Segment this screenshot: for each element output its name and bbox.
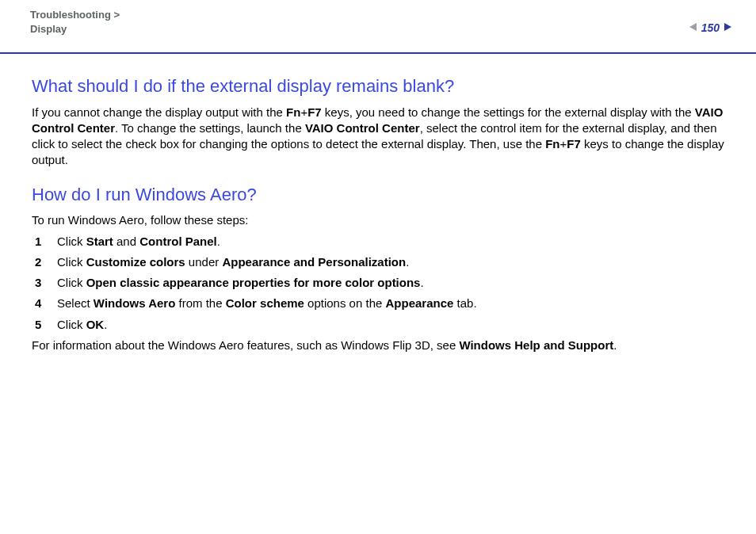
key-f7: F7 (567, 137, 581, 151)
key-fn: Fn (286, 105, 300, 119)
breadcrumb-subsection: Display (30, 23, 67, 35)
text: and (113, 235, 139, 248)
section-heading-external-display: What should I do if the external display… (32, 74, 724, 98)
svg-marker-0 (689, 23, 697, 31)
breadcrumb: Troubleshooting > Display (30, 8, 726, 36)
page-header: Troubleshooting > Display 150 (0, 0, 756, 54)
document-page: Troubleshooting > Display 150 What shoul… (0, 0, 756, 534)
ui-ok: OK (86, 318, 105, 331)
header-divider (0, 52, 756, 54)
list-item: Click Start and Control Panel. (32, 234, 724, 250)
section1-paragraph: If you cannot change the display output … (32, 105, 724, 169)
vaio-control-center: VAIO Control Center (305, 121, 420, 135)
svg-marker-1 (724, 23, 731, 31)
key-fn: Fn (545, 137, 559, 151)
text: from the (175, 296, 225, 310)
ui-start: Start (86, 235, 113, 248)
ui-appearance-personalization: Appearance and Personalization (222, 255, 406, 269)
text: If you cannot change the display output … (32, 105, 286, 119)
text: keys, you need to change the settings fo… (322, 105, 695, 119)
ui-classic-appearance: Open classic appearance properties for m… (86, 276, 421, 289)
text: under (185, 255, 223, 269)
text: Click (57, 235, 86, 248)
text: Click (57, 276, 86, 289)
list-item: Select Windows Aero from the Color schem… (32, 296, 724, 311)
ui-color-scheme: Color scheme (226, 296, 304, 310)
page-number-nav: 150 (689, 21, 732, 35)
text: . (217, 235, 220, 248)
list-item: Click Customize colors under Appearance … (32, 254, 724, 270)
text: Select (57, 296, 94, 310)
text: Click (57, 318, 86, 331)
text: . (104, 318, 107, 331)
text: Click (57, 255, 86, 269)
breadcrumb-section: Troubleshooting > (30, 9, 120, 21)
page-number: 150 (701, 21, 720, 34)
section-heading-windows-aero: How do I run Windows Aero? (32, 183, 724, 207)
text: tab. (453, 296, 476, 310)
list-item: Click OK. (32, 317, 724, 333)
next-page-arrow-icon[interactable] (723, 21, 732, 35)
prev-page-arrow-icon[interactable] (689, 21, 698, 35)
ui-appearance-tab: Appearance (385, 296, 453, 310)
text: . (406, 255, 409, 269)
ui-windows-aero: Windows Aero (94, 296, 175, 310)
ui-customize-colors: Customize colors (86, 255, 185, 269)
text: For information about the Windows Aero f… (32, 338, 459, 352)
text: options on the (304, 296, 386, 310)
text: . (613, 338, 617, 352)
steps-list: Click Start and Control Panel. Click Cus… (32, 234, 724, 333)
text: + (300, 105, 307, 119)
ui-control-panel: Control Panel (139, 235, 217, 248)
list-item: Click Open classic appearance properties… (32, 275, 724, 291)
section2-intro: To run Windows Aero, follow these steps: (32, 212, 724, 228)
key-f7: F7 (307, 105, 322, 119)
page-content: What should I do if the external display… (0, 54, 756, 353)
text: . (420, 276, 423, 289)
text: + (560, 137, 567, 151)
windows-help-support: Windows Help and Support (459, 338, 613, 352)
section2-outro: For information about the Windows Aero f… (32, 338, 724, 353)
text: . To change the settings, launch the (115, 121, 305, 135)
